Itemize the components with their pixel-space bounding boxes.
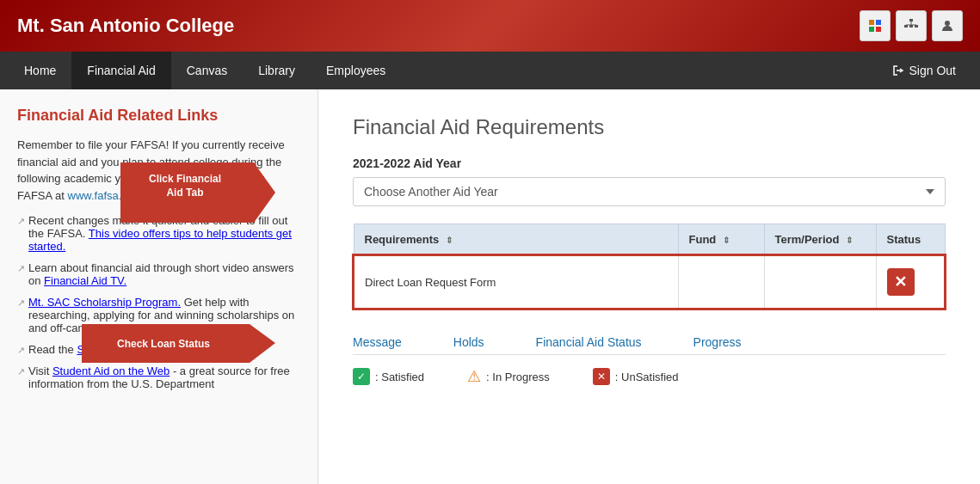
inprogress-icon: ⚠: [467, 367, 481, 386]
main-content: Financial Aid Requirements 2021-2022 Aid…: [318, 89, 980, 484]
col-status: Status: [876, 224, 945, 256]
sidebar-link-3: ↗ Mt. SAC Scholarship Program. Get help …: [17, 296, 300, 334]
signout-button[interactable]: Sign Out: [877, 52, 971, 89]
svg-rect-3: [876, 27, 881, 32]
user-icon: [940, 19, 954, 33]
legend-header-progress: Progress: [693, 335, 742, 349]
status-unsatisfied-btn[interactable]: ✕: [887, 268, 915, 296]
header-icons: [860, 10, 963, 41]
aid-year-select[interactable]: Choose Another Aid Year: [353, 177, 946, 206]
nav-item-employees[interactable]: Employees: [311, 52, 401, 89]
sidebar-link-4: ↗ Read the Smart Guide to Financial Aid.: [17, 343, 300, 356]
main-container: Financial Aid Related Links Remember to …: [0, 89, 980, 484]
org-chart-icon: [903, 18, 919, 34]
svg-rect-1: [876, 20, 881, 25]
fafsa-link[interactable]: www.fafsa.gov: [68, 189, 139, 202]
cell-status: ✕: [876, 255, 945, 309]
legend-header-fa-status: Financial Aid Status: [536, 335, 642, 349]
legend-unsatisfied: ✕ : UnSatisfied: [593, 368, 679, 385]
sidebar-link-5: ↗ Visit Student Aid on the Web - a great…: [17, 365, 300, 390]
video-link[interactable]: This video offers tips to help students …: [28, 227, 292, 253]
satisfied-label: : Satisfied: [375, 371, 424, 383]
signout-icon: [892, 64, 904, 77]
sidebar-intro: Remember to file your FAFSA! If you curr…: [17, 137, 300, 204]
inprogress-label: : In Progress: [486, 371, 550, 383]
user-icon-btn[interactable]: [932, 10, 963, 41]
svg-rect-4: [909, 19, 913, 21]
header: Mt. San Antonio College: [0, 0, 980, 52]
sidebar-link-1: ↗ Recent changes make it quicker and eas…: [17, 214, 300, 253]
legend-satisfied: ✓ : Satisfied: [353, 368, 424, 385]
nav-item-library[interactable]: Library: [243, 52, 311, 89]
svg-point-11: [945, 21, 950, 26]
sort-arrows-fund: ⇕: [723, 236, 730, 245]
financial-aid-tv-link[interactable]: Financial Aid TV.: [44, 274, 126, 287]
legend-header: Message Holds Financial Aid Status Progr…: [353, 335, 946, 355]
cell-fund: [678, 255, 764, 309]
smart-guide-link[interactable]: Smart Guide to Financial Aid.: [77, 343, 221, 356]
office-icon: [867, 18, 883, 34]
legend-items: ✓ : Satisfied ⚠ : In Progress ✕ : UnSati…: [353, 367, 946, 386]
org-icon-btn[interactable]: [896, 10, 927, 41]
legend-header-holds: Holds: [453, 335, 484, 349]
nav-item-home[interactable]: Home: [9, 52, 71, 89]
sidebar-link-2: ↗ Learn about financial aid through shor…: [17, 261, 300, 287]
sidebar-title: Financial Aid Related Links: [17, 107, 300, 125]
link-icon-2: ↗: [17, 263, 25, 274]
requirements-table: Requirements ⇕ Fund ⇕ Term/Period ⇕ Stat…: [353, 224, 946, 309]
cell-requirement: Direct Loan Request Form: [354, 255, 678, 309]
legend-inprogress: ⚠ : In Progress: [467, 367, 550, 386]
nav-item-financial-aid[interactable]: Financial Aid: [71, 52, 170, 89]
col-requirements[interactable]: Requirements ⇕: [354, 224, 678, 256]
cell-term-period: [764, 255, 876, 309]
link-icon-3: ↗: [17, 297, 25, 309]
sidebar: Financial Aid Related Links Remember to …: [0, 89, 318, 484]
svg-rect-2: [869, 27, 874, 32]
scholarship-link[interactable]: Mt. SAC Scholarship Program.: [28, 296, 181, 309]
student-aid-link[interactable]: Student Aid on the Web: [52, 365, 169, 377]
col-term-period[interactable]: Term/Period ⇕: [764, 224, 876, 256]
satisfied-icon: ✓: [353, 368, 370, 385]
legend-header-message: Message: [353, 335, 402, 349]
signout-label: Sign Out: [909, 64, 956, 77]
navigation: Home Financial Aid Canvas Library Employ…: [0, 52, 980, 89]
link-icon-5: ↗: [17, 366, 25, 377]
col-fund[interactable]: Fund ⇕: [678, 224, 764, 256]
page-title: Financial Aid Requirements: [353, 115, 946, 139]
aid-year-label: 2021-2022 Aid Year: [353, 156, 946, 170]
link-icon-4: ↗: [17, 345, 25, 356]
table-row: Direct Loan Request Form ✕: [354, 255, 945, 309]
office-icon-btn[interactable]: [860, 10, 891, 41]
nav-item-canvas[interactable]: Canvas: [171, 52, 243, 89]
unsatisfied-icon: ✕: [593, 368, 610, 385]
legend-section: Message Holds Financial Aid Status Progr…: [353, 335, 946, 386]
unsatisfied-label: : UnSatisfied: [615, 371, 679, 383]
site-title: Mt. San Antonio College: [17, 15, 234, 37]
link-icon-1: ↗: [17, 216, 25, 227]
svg-rect-0: [869, 20, 874, 25]
sort-arrows-term: ⇕: [846, 236, 853, 245]
sort-arrows-requirements: ⇕: [446, 236, 453, 245]
